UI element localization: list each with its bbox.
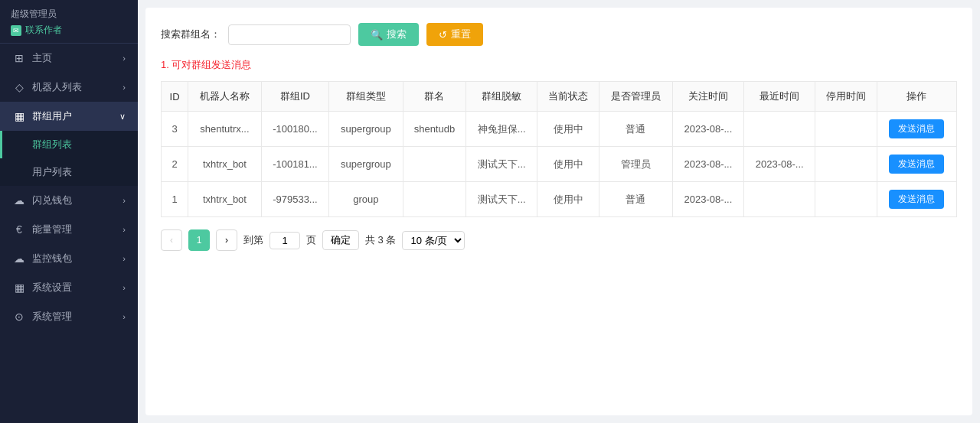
cell-status: 使用中	[537, 182, 599, 217]
settings-icon: ▦	[12, 281, 26, 294]
sidebar: 超级管理员 ✉ 联系作者 ⊞ 主页 › ◇ 机器人列表 › ▦ 群组用户 ∨ 群…	[0, 0, 138, 423]
send-message-button[interactable]: 发送消息	[889, 155, 944, 174]
cell-stop_time	[815, 182, 877, 217]
sidebar-item-home[interactable]: ⊞ 主页 ›	[0, 44, 138, 73]
operator-link[interactable]: ✉ 联系作者	[11, 24, 127, 37]
cell-status: 使用中	[537, 147, 599, 182]
cell-stop_time	[815, 112, 877, 147]
search-bar: 搜索群组名： 🔍 搜索 ↺ 重置	[161, 23, 957, 46]
sys-mgmt-icon: ⊙	[12, 311, 26, 323]
cell-recent_time	[744, 112, 815, 147]
cell-follow_time: 2023-08-...	[672, 182, 743, 217]
home-icon: ⊞	[12, 52, 26, 64]
sidebar-item-label-settings: 系统设置	[32, 281, 72, 294]
cell-group_type: supergroup	[329, 147, 403, 182]
chevron-icon-sysmgmt: ›	[122, 312, 126, 321]
cell-recent_time	[744, 182, 815, 217]
sidebar-submenu-item-user-list[interactable]: 用户列表	[0, 158, 138, 186]
notice-text: 1. 可对群组发送消息	[161, 58, 957, 72]
prev-page-button[interactable]: ‹	[161, 229, 182, 251]
col-follow-time: 关注时间	[672, 82, 743, 112]
search-input[interactable]	[228, 24, 351, 45]
cell-is_admin: 普通	[599, 112, 672, 147]
search-icon: 🔍	[371, 29, 383, 41]
col-recent-time: 最近时间	[744, 82, 815, 112]
page-1-button[interactable]: 1	[188, 229, 210, 251]
cell-group_desc: 测试天下...	[466, 147, 537, 182]
reset-icon: ↺	[439, 29, 447, 41]
sidebar-item-label-flash: 闪兑钱包	[32, 194, 72, 207]
col-group-id: 群组ID	[261, 82, 328, 112]
send-message-button[interactable]: 发送消息	[889, 190, 944, 209]
chevron-icon-settings: ›	[122, 283, 126, 292]
chevron-icon-flash: ›	[122, 196, 126, 205]
table-row: 3shentutrx...-100180...supergroupshentud…	[162, 112, 957, 147]
cell-is_admin: 普通	[599, 182, 672, 217]
table-header-row: ID 机器人名称 群组ID 群组类型 群名 群组脱敏 当前状态 是否管理员 关注…	[162, 82, 957, 112]
robot-icon: ◇	[12, 81, 26, 93]
table-body: 3shentutrx...-100180...supergroupshentud…	[162, 112, 957, 217]
table-row: 1txhtrx_bot-979533...group测试天下...使用中普通20…	[162, 182, 957, 217]
sidebar-item-sys-settings[interactable]: ▦ 系统设置 ›	[0, 273, 138, 302]
col-group-name: 群名	[403, 82, 466, 112]
content-area: 搜索群组名： 🔍 搜索 ↺ 重置 1. 可对群组发送消息 ID 机器人名称 群组…	[145, 8, 972, 415]
sidebar-item-monitor[interactable]: ☁ 监控钱包 ›	[0, 244, 138, 273]
sidebar-item-label-group: 群组用户	[32, 109, 72, 123]
cell-robot_name: shentutrx...	[188, 112, 262, 147]
col-id: ID	[162, 82, 188, 112]
sidebar-item-label-robot: 机器人列表	[32, 80, 82, 94]
search-label: 搜索群组名：	[161, 28, 220, 41]
next-page-button[interactable]: ›	[216, 229, 237, 251]
cell-robot_name: txhtrx_bot	[188, 182, 262, 217]
sidebar-item-label-energy: 能量管理	[32, 223, 72, 236]
page-confirm-button[interactable]: 确定	[322, 230, 359, 250]
sidebar-item-label-monitor: 监控钱包	[32, 252, 72, 265]
sidebar-item-robot-list[interactable]: ◇ 机器人列表 ›	[0, 73, 138, 102]
cell-group_name	[403, 147, 466, 182]
cell-id: 3	[162, 112, 188, 147]
col-status: 当前状态	[537, 82, 599, 112]
group-icon: ▦	[12, 110, 26, 122]
total-count: 共 3 条	[365, 233, 396, 247]
cell-action: 发送消息	[877, 147, 956, 182]
send-message-button[interactable]: 发送消息	[889, 119, 944, 138]
cell-follow_time: 2023-08-...	[672, 112, 743, 147]
cell-group_type: supergroup	[329, 112, 403, 147]
group-table: ID 机器人名称 群组ID 群组类型 群名 群组脱敏 当前状态 是否管理员 关注…	[161, 81, 957, 217]
cell-recent_time: 2023-08-...	[744, 147, 815, 182]
cell-action: 发送消息	[877, 182, 956, 217]
cell-status: 使用中	[537, 112, 599, 147]
cell-group_id: -979533...	[261, 182, 328, 217]
cell-action: 发送消息	[877, 112, 956, 147]
sidebar-header: 超级管理员 ✉ 联系作者	[0, 0, 138, 44]
col-group-type: 群组类型	[329, 82, 403, 112]
cell-group_desc: 测试天下...	[466, 182, 537, 217]
operator-icon: ✉	[11, 25, 21, 36]
cell-group_type: group	[329, 182, 403, 217]
goto-label: 到第	[243, 233, 263, 247]
search-button[interactable]: 🔍 搜索	[358, 23, 419, 46]
chevron-icon-monitor: ›	[122, 254, 126, 263]
pagination: ‹ 1 › 到第 页 确定 共 3 条 10 条/页20 条/页50 条/页	[161, 229, 957, 251]
cell-group_desc: 神兔担保...	[466, 112, 537, 147]
sidebar-item-group-user[interactable]: ▦ 群组用户 ∨	[0, 102, 138, 131]
cell-group_name: shentudb	[403, 112, 466, 147]
cell-follow_time: 2023-08-...	[672, 147, 743, 182]
sidebar-item-flash-wallet[interactable]: ☁ 闪兑钱包 ›	[0, 186, 138, 215]
col-stop-time: 停用时间	[815, 82, 877, 112]
cell-group_id: -100181...	[261, 147, 328, 182]
page-goto-input[interactable]	[270, 232, 300, 249]
sidebar-item-sys-mgmt[interactable]: ⊙ 系统管理 ›	[0, 302, 138, 331]
sidebar-item-label-home: 主页	[32, 51, 52, 65]
reset-button[interactable]: ↺ 重置	[426, 23, 483, 46]
cell-id: 1	[162, 182, 188, 217]
chevron-icon-home: ›	[122, 54, 126, 63]
col-action: 操作	[877, 82, 956, 112]
sidebar-item-energy[interactable]: € 能量管理 ›	[0, 215, 138, 244]
sidebar-submenu-item-group-list[interactable]: 群组列表	[0, 131, 138, 158]
sidebar-submenu-group: 群组列表 用户列表	[0, 131, 138, 186]
per-page-select[interactable]: 10 条/页20 条/页50 条/页	[402, 231, 465, 250]
col-robot-name: 机器人名称	[188, 82, 262, 112]
table-row: 2txhtrx_bot-100181...supergroup测试天下...使用…	[162, 147, 957, 182]
page-label: 页	[306, 233, 316, 247]
